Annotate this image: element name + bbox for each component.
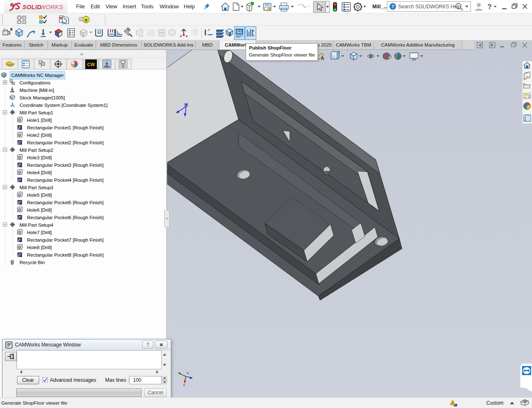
svg-text:!: ! xyxy=(269,8,270,11)
svg-text:CW: CW xyxy=(87,62,95,67)
svg-text:A: A xyxy=(321,56,324,61)
svg-text:e: e xyxy=(84,17,87,23)
svg-text:!: ! xyxy=(452,401,453,405)
svg-text:G1: G1 xyxy=(236,30,242,34)
svg-text:?: ? xyxy=(392,4,394,9)
svg-text:?: ? xyxy=(488,3,492,10)
svg-text:3: 3 xyxy=(10,27,12,31)
